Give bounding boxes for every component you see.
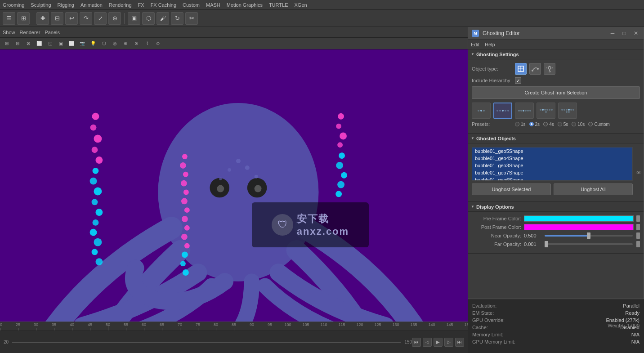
menu-custom[interactable]: Custom	[183, 2, 200, 8]
toolbar-btn-lasso[interactable]: ⬡	[142, 12, 155, 25]
toolbar-btn-7[interactable]: ⊕	[108, 12, 121, 25]
create-ghost-button[interactable]: Create Ghost from Selection	[472, 86, 640, 99]
toolbar-btn-add[interactable]: ✚	[36, 12, 49, 25]
menu-panels[interactable]: Panels	[45, 30, 60, 35]
post-frame-color-arrow[interactable]	[636, 224, 640, 230]
far-opacity-arrow[interactable]	[636, 241, 640, 247]
pre-frame-color-arrow[interactable]	[636, 215, 640, 222]
preset-radio-10s[interactable]: 10s	[572, 122, 585, 127]
timeline-end-btn[interactable]: ⏭	[455, 338, 464, 347]
iconbar-btn-3[interactable]: ⊠	[23, 39, 33, 49]
preset-radio-custom[interactable]: Custom	[588, 122, 609, 127]
timeline-prev-btn[interactable]: ◁	[423, 338, 432, 347]
preset-radio-2s[interactable]: 2s	[529, 122, 540, 127]
iconbar-btn-12[interactable]: ⌇	[142, 39, 152, 49]
iconbar-btn-1[interactable]: ⊞	[2, 39, 12, 49]
toolbar-btn-1[interactable]: ☰	[3, 12, 15, 25]
menu-fx[interactable]: FX	[138, 2, 144, 8]
timeline-ruler[interactable]: 2025303540455055606570758085909510010511…	[0, 322, 468, 331]
toolbar-btn-2[interactable]: ⊞	[17, 12, 30, 25]
ghosted-item-4[interactable]: bubble01_geo6Shape	[472, 176, 632, 181]
toolbar-btn-scissors[interactable]: ✂	[185, 12, 198, 25]
svg-point-16	[93, 168, 99, 174]
iconbar-btn-11[interactable]: ⊗	[131, 39, 141, 49]
ghosted-item-1[interactable]: bubble01_geo4Shape	[472, 155, 632, 162]
menu-show[interactable]: Show	[3, 30, 15, 35]
menu-rigging[interactable]: Rigging	[58, 2, 74, 8]
preset-radio-5s[interactable]: 5s	[558, 122, 568, 127]
include-hierarchy-checkbox[interactable]	[515, 77, 521, 84]
scene-view[interactable]	[0, 49, 468, 331]
toolbar-btn-loop[interactable]: ↻	[171, 12, 183, 25]
menu-xgen[interactable]: XGen	[294, 2, 307, 8]
preset-5s-icon[interactable]	[537, 103, 555, 119]
menu-mash[interactable]: MASH	[206, 2, 220, 8]
display-options-title: Display Options	[476, 204, 514, 210]
menu-renderer[interactable]: Renderer	[20, 30, 40, 35]
unghost-selected-button[interactable]: Unghost Selected	[472, 183, 551, 195]
iconbar-btn-4[interactable]: ⬜	[34, 39, 44, 49]
iconbar-btn-13[interactable]: ⊙	[153, 39, 163, 49]
ghosted-item-0[interactable]: bubble01_geo5Shape	[472, 147, 632, 155]
near-opacity-thumb[interactable]	[587, 232, 590, 239]
object-type-nurbscurve-btn[interactable]	[529, 63, 541, 75]
menu-sculpting[interactable]: Sculpting	[31, 2, 51, 8]
unghost-all-button[interactable]: Unghost All	[554, 183, 633, 195]
menu-fxcaching[interactable]: FX Caching	[151, 2, 176, 8]
ghosted-objects-eye-icon[interactable]: 👁	[636, 169, 642, 176]
ghosting-settings-header[interactable]: ▼ Ghosting Settings	[468, 49, 644, 59]
menu-animation[interactable]: Animation	[80, 2, 103, 8]
post-frame-color-swatch[interactable]	[524, 224, 634, 230]
toolbar-btn-4[interactable]: ↩	[65, 12, 78, 25]
far-opacity-thumb[interactable]	[545, 241, 548, 247]
panel-menu-edit[interactable]: Edit	[471, 42, 479, 47]
timeline-start-btn[interactable]: ⏮	[412, 338, 421, 347]
preset-10s-icon[interactable]	[558, 103, 577, 119]
iconbar-btn-7[interactable]: ⬜	[67, 39, 76, 49]
svg-point-25	[95, 258, 103, 265]
svg-point-22	[90, 229, 97, 236]
panel-minimize-button[interactable]: ─	[608, 29, 617, 37]
object-type-mesh-btn[interactable]	[515, 63, 527, 75]
svg-point-26	[338, 113, 344, 120]
panel-menu-help[interactable]: Help	[485, 42, 495, 47]
menu-motiongraphics[interactable]: Motion Graphics	[227, 2, 263, 8]
preset-2s-icon[interactable]	[493, 103, 512, 119]
toolbar-btn-5[interactable]: ↷	[80, 12, 92, 25]
preset-radio-1s[interactable]: 1s	[515, 122, 526, 127]
ghosted-objects-triangle: ▼	[471, 136, 474, 140]
ghosted-item-2[interactable]: bubble01_geo3Shape	[472, 162, 632, 169]
panel-close-button[interactable]: ✕	[632, 29, 640, 37]
ghosted-objects-header[interactable]: ▼ Ghosted Objects	[468, 134, 644, 143]
object-type-light-btn[interactable]	[544, 63, 555, 75]
preset-4s-icon[interactable]	[515, 103, 534, 119]
toolbar-btn-paint[interactable]: 🖌	[157, 12, 169, 25]
menu-rendering[interactable]: Rendering	[109, 2, 132, 8]
iconbar-btn-5[interactable]: ◱	[45, 39, 55, 49]
toolbar-btn-6[interactable]: ⤢	[94, 12, 107, 25]
ghosted-objects-list[interactable]: bubble01_geo5Shape bubble01_geo4Shape bu…	[472, 147, 633, 181]
menu-grooming[interactable]: Grooming	[3, 2, 24, 8]
iconbar-btn-light[interactable]: 💡	[88, 39, 98, 49]
timeline-play-btn[interactable]: ▶	[434, 338, 443, 347]
presets-label: Presets:	[472, 121, 512, 127]
display-options-header[interactable]: ▼ Display Options	[468, 202, 644, 212]
preset-radio-4s[interactable]: 4s	[543, 122, 554, 127]
timeline-next-btn[interactable]: ▷	[444, 338, 453, 347]
pre-frame-color-swatch[interactable]	[524, 215, 634, 222]
toolbar-btn-select[interactable]: ▣	[128, 12, 140, 25]
iconbar-btn-9[interactable]: ◎	[110, 39, 120, 49]
preset-1s-icon[interactable]	[472, 103, 491, 119]
iconbar-btn-10[interactable]: ⊕	[121, 39, 130, 49]
toolbar-btn-3[interactable]: ⊟	[51, 12, 63, 25]
near-opacity-slider[interactable]	[545, 235, 633, 237]
iconbar-btn-2[interactable]: ⊟	[13, 39, 22, 49]
far-opacity-slider[interactable]	[545, 243, 633, 245]
menu-turtle[interactable]: TURTLE	[269, 2, 288, 8]
near-opacity-arrow[interactable]	[636, 232, 640, 239]
ghosted-item-3[interactable]: bubble01_geo7Shape	[472, 169, 632, 176]
panel-maximize-button[interactable]: □	[620, 29, 628, 37]
iconbar-btn-6[interactable]: ▣	[56, 39, 66, 49]
iconbar-btn-camera[interactable]: 📷	[77, 39, 87, 49]
iconbar-btn-mesh[interactable]: ⬡	[99, 39, 109, 49]
